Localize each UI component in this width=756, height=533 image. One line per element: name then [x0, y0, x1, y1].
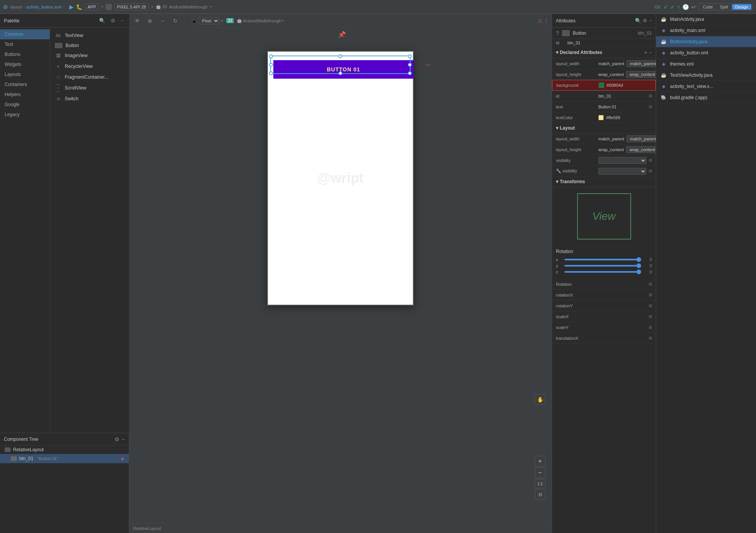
breadcrumb-layout[interactable]: layout	[10, 5, 22, 9]
arrow-up-icon[interactable]: ↑	[677, 4, 680, 10]
code-mode-btn[interactable]: Code	[700, 4, 716, 10]
canvas-area[interactable]: 📌 BUTTON 01	[129, 28, 552, 523]
switch-icon: ⊙	[55, 95, 62, 102]
remove-attr-btn[interactable]: −	[649, 50, 652, 56]
widget-textview[interactable]: Ab TextView	[52, 30, 128, 41]
layout-height-dropdown2[interactable]: wrap_content	[626, 146, 656, 153]
widget-fragmentcontainer[interactable]: □ FragmentContainer...	[52, 72, 128, 83]
walkthrough-indicator[interactable]: 🤖 AndroidWalkthrough ▾	[237, 18, 284, 23]
imageview-icon: 🖼	[55, 52, 62, 59]
file-activity-button[interactable]: ◈ activity_button.xml	[656, 47, 756, 59]
breadcrumb-sep: ›	[23, 5, 25, 9]
widget-name: Button	[573, 30, 635, 36]
visibility-value2: ⊟	[598, 168, 652, 175]
layout-width-dropdown[interactable]: match_parent	[626, 60, 656, 67]
handle-ml[interactable]	[269, 63, 273, 67]
category-legacy[interactable]: Legacy	[0, 110, 50, 120]
widget-button[interactable]: Button	[52, 41, 128, 50]
scaley-value: ⊟	[598, 325, 652, 329]
decl-layout-width-value: match_parent match_parent ⊟	[598, 60, 656, 67]
palette-categories: Common Text Buttons Widgets Layouts	[0, 28, 50, 433]
widget-scrollview[interactable]: —↕— ScrollView	[52, 83, 128, 93]
layout-width-dropdown2[interactable]: match_parent	[626, 135, 656, 142]
rotation-x-slider[interactable]	[564, 259, 641, 260]
handle-tm[interactable]	[338, 54, 342, 58]
attrs-title: Attributes	[556, 18, 633, 24]
file-activity-main[interactable]: ◈ activity_main.xml	[656, 25, 756, 36]
tree-item-btn01[interactable]: btn_01 "Button 01" ●	[0, 454, 129, 463]
palette-settings-btn[interactable]: ⚙	[109, 17, 117, 24]
device-selector[interactable]: PIXEL 5 API 28	[114, 3, 148, 10]
rotation-attr-label: Rotation	[556, 282, 598, 287]
category-common[interactable]: Common	[0, 29, 50, 39]
palette-minus-btn[interactable]: −	[119, 17, 125, 24]
undo-icon[interactable]: ↩	[691, 4, 696, 10]
layout-section-header[interactable]: ▾ Layout	[552, 123, 656, 133]
file-themes[interactable]: ◈ themes.xml	[656, 59, 756, 70]
tree-settings-btn[interactable]: ⚙	[114, 436, 120, 442]
file-mainactivity-name: MainActivity.java	[670, 17, 704, 22]
category-layouts[interactable]: Layouts	[0, 69, 50, 79]
rotate-btn[interactable]: ↻	[171, 17, 180, 25]
transforms-section-title: Transforms	[560, 179, 585, 184]
background-swatch[interactable]	[599, 83, 604, 88]
rotation-y-slider[interactable]	[564, 265, 641, 266]
tree-minus-btn[interactable]: −	[122, 436, 125, 442]
handle-bl[interactable]	[269, 71, 273, 75]
rotation-x-row: x 0	[556, 257, 652, 262]
api-badge: 33	[226, 18, 234, 23]
move-btn[interactable]: ⊕	[145, 17, 155, 25]
palette-search-btn[interactable]: 🔍	[98, 17, 107, 24]
checkmark-icon[interactable]: ✓	[663, 4, 668, 10]
visibility-dropdown2[interactable]	[598, 168, 647, 175]
fit-btn[interactable]: ⊡	[535, 489, 546, 500]
tree-item-relativelayout[interactable]: RelativeLayout	[0, 445, 129, 454]
handle-tr[interactable]	[408, 54, 412, 58]
file-textviewactivity[interactable]: ☕ TextViewActivity.java	[656, 70, 756, 81]
category-google[interactable]: Google	[0, 100, 50, 110]
walkthrough-selector[interactable]: AndroidWalkthrough	[169, 5, 207, 9]
attrs-minus-btn[interactable]: −	[649, 18, 652, 24]
phone-button[interactable]: BUTTON 01	[273, 60, 414, 79]
rotation-z-value: 0	[644, 270, 652, 274]
app-selector[interactable]: APP	[85, 3, 99, 10]
file-activity-text-view[interactable]: ◈ activity_text_view.x...	[656, 81, 756, 92]
attrs-search-btn[interactable]: 🔍	[635, 18, 641, 24]
widget-recyclerview[interactable]: ≡ RecyclerView	[52, 61, 128, 72]
category-helpers[interactable]: Helpers	[0, 89, 50, 100]
file-buttonactivity[interactable]: ☕ ButtonActivity.java	[656, 36, 756, 47]
rotation-z-slider[interactable]	[564, 271, 641, 273]
files-panel: ☕ MainActivity.java ◈ activity_main.xml …	[656, 14, 756, 533]
category-widgets[interactable]: Widgets	[0, 59, 50, 69]
zoom-in-btn[interactable]: +	[535, 456, 546, 467]
transforms-section-header[interactable]: ▾ Transforms	[552, 177, 656, 187]
file-build-gradle[interactable]: 🐘 build.gradle (:app)	[656, 92, 756, 103]
handle-tl[interactable]	[269, 54, 273, 58]
category-containers[interactable]: Containers	[0, 79, 50, 89]
scaley-label: scaleY	[556, 325, 598, 330]
selected-button-container[interactable]: BUTTON 01	[270, 56, 411, 74]
split-mode-btn[interactable]: Split	[717, 4, 731, 10]
widget-switch[interactable]: ⊙ Switch	[52, 93, 128, 104]
rotationy-value: ⊟	[598, 304, 652, 308]
resize-btn[interactable]: ↔	[158, 17, 168, 25]
rotation-x-value: 0	[644, 257, 652, 262]
translationx-label: translationX	[556, 336, 598, 341]
widget-imageview[interactable]: 🖼 ImageView	[52, 50, 128, 61]
zoom-out-btn[interactable]: −	[535, 467, 546, 478]
visibility-dropdown[interactable]	[598, 157, 647, 164]
category-buttons[interactable]: Buttons	[0, 49, 50, 59]
design-mode-btn[interactable]: Design	[732, 4, 751, 10]
eye-btn[interactable]: 👁	[132, 17, 142, 25]
more-btn[interactable]: ⋮	[544, 18, 549, 24]
add-attr-btn[interactable]: +	[644, 49, 647, 56]
checkmark2-icon[interactable]: ✓	[670, 4, 675, 10]
layout-height-dropdown[interactable]: wrap_content	[626, 71, 656, 78]
category-text[interactable]: Text	[0, 39, 50, 49]
textcolor-swatch[interactable]	[598, 115, 604, 120]
declared-attrs-header[interactable]: ▾ Declared Attributes + −	[552, 47, 656, 58]
hand-tool-btn[interactable]: ✋	[535, 394, 546, 405]
device-dropdown[interactable]: Pixel	[199, 17, 219, 24]
file-mainactivity[interactable]: ☕ MainActivity.java	[656, 14, 756, 25]
attrs-settings-btn[interactable]: ⚙	[643, 18, 647, 24]
